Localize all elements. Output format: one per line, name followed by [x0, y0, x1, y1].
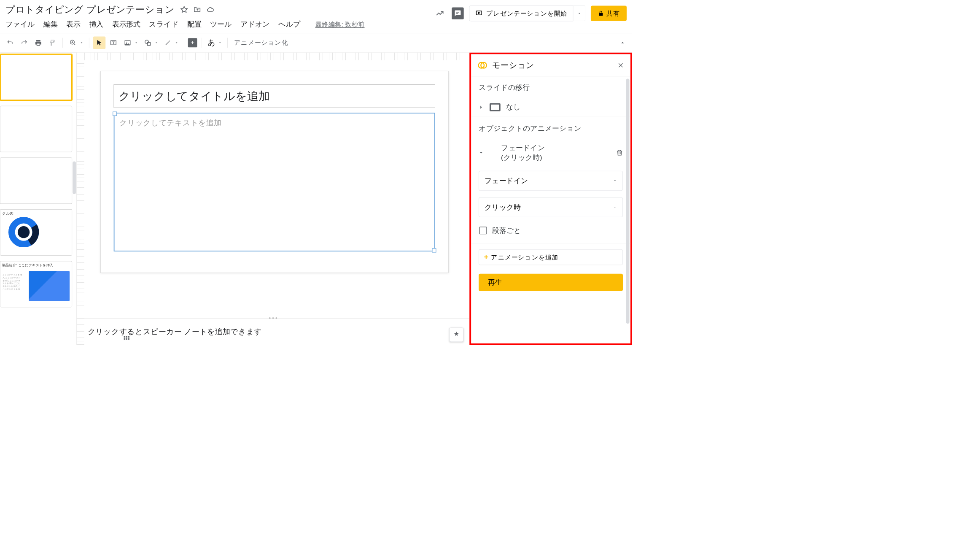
- grid-view-button[interactable]: [123, 335, 130, 343]
- animation-trigger: (クリック時): [501, 153, 610, 162]
- ime-dropdown[interactable]: [218, 41, 222, 45]
- slide-icon: [490, 103, 501, 111]
- svg-point-12: [18, 226, 30, 238]
- share-button[interactable]: 共有: [591, 6, 627, 21]
- present-dropdown[interactable]: [573, 5, 585, 21]
- slide-thumbnail-5[interactable]: 製品紹介: ここにテキストを挿入 ここにテキストを挿入.ここにテキストを挿入.こ…: [0, 261, 72, 308]
- object-animation-section-title: オブジェクトのアニメーション: [471, 117, 630, 138]
- image-tool[interactable]: [121, 36, 134, 49]
- chevron-down-icon: [478, 150, 484, 156]
- add-animation-button[interactable]: + アニメーションを追加: [479, 249, 623, 265]
- zoom-button[interactable]: [67, 36, 79, 49]
- line-dropdown[interactable]: [175, 41, 178, 45]
- motion-panel-scrollbar[interactable]: [626, 78, 630, 324]
- plus-icon: +: [484, 253, 488, 262]
- svg-rect-8: [148, 43, 151, 46]
- motion-icon: [478, 60, 487, 70]
- line-tool[interactable]: [162, 36, 174, 49]
- slide-canvas-area: クリックしてタイトルを追加 クリックしてテキストを追加 クリックするとスピーカー…: [77, 52, 469, 345]
- menu-view[interactable]: 表示: [66, 19, 81, 29]
- play-button[interactable]: 再生: [479, 274, 623, 291]
- comments-icon[interactable]: [452, 7, 463, 19]
- svg-rect-13: [124, 336, 125, 338]
- speaker-notes-placeholder: クリックするとスピーカー ノートを追加できます: [88, 327, 262, 336]
- svg-line-9: [166, 41, 170, 45]
- activity-icon[interactable]: [433, 7, 446, 20]
- speaker-notes[interactable]: クリックするとスピーカー ノートを追加できます: [77, 318, 469, 345]
- redo-button[interactable]: [18, 36, 31, 49]
- slide-thumbnail-2[interactable]: [0, 106, 72, 152]
- last-edit-link[interactable]: 最終編集: 数秒前: [315, 20, 365, 29]
- slide-thumbnail-4[interactable]: クル図: [0, 209, 72, 256]
- paragraph-checkbox[interactable]: 段落ごと: [471, 220, 630, 240]
- slide-thumbnail-3[interactable]: [0, 157, 72, 204]
- slide-body-placeholder[interactable]: クリックしてテキストを追加: [114, 113, 435, 251]
- svg-rect-16: [124, 338, 125, 340]
- document-title[interactable]: プロトタイピング プレゼンテーション: [5, 3, 175, 16]
- close-panel-button[interactable]: [617, 62, 624, 68]
- animation-button[interactable]: アニメーション化: [234, 38, 288, 47]
- shape-tool[interactable]: [141, 36, 154, 49]
- menu-slide[interactable]: スライド: [149, 19, 178, 29]
- transition-value: なし: [506, 103, 521, 112]
- shape-dropdown[interactable]: [154, 41, 158, 45]
- menu-arrange[interactable]: 配置: [187, 19, 202, 29]
- animation-item-header[interactable]: フェードイン (クリック時): [471, 138, 630, 168]
- svg-rect-18: [128, 338, 129, 340]
- share-label: 共有: [606, 9, 619, 18]
- thumb-5-title: 製品紹介: ここにテキストを挿入: [2, 263, 70, 267]
- ime-indicator[interactable]: あ: [205, 36, 218, 49]
- slide-thumbnail-1[interactable]: [0, 54, 72, 100]
- vertical-ruler: [77, 60, 84, 345]
- svg-rect-15: [128, 336, 129, 338]
- explore-button[interactable]: [450, 328, 464, 342]
- toolbar-collapse[interactable]: [619, 40, 628, 46]
- select-tool[interactable]: [93, 36, 106, 49]
- svg-marker-0: [181, 6, 187, 12]
- animation-trigger-select[interactable]: クリック時: [479, 197, 623, 217]
- transition-row[interactable]: なし: [471, 97, 630, 117]
- add-animation-label: アニメーションを追加: [491, 253, 558, 262]
- svg-rect-17: [126, 338, 127, 340]
- paint-format-button[interactable]: [46, 36, 59, 49]
- animation-trigger-value: クリック時: [485, 203, 521, 212]
- thumbnail-scrollbar[interactable]: [73, 161, 76, 194]
- checkbox-icon: [479, 227, 487, 234]
- zoom-dropdown[interactable]: [80, 41, 83, 45]
- animation-name: フェードイン: [501, 143, 610, 153]
- svg-marker-2: [478, 12, 479, 14]
- textbox-tool[interactable]: [107, 36, 120, 49]
- animation-type-value: フェードイン: [485, 176, 528, 186]
- present-button[interactable]: プレゼンテーションを開始: [469, 5, 573, 21]
- menu-insert[interactable]: 挿入: [89, 19, 104, 29]
- cloud-status-icon[interactable]: [207, 6, 215, 14]
- print-button[interactable]: [32, 36, 45, 49]
- image-dropdown[interactable]: [135, 41, 138, 45]
- motion-panel-title: モーション: [492, 59, 534, 70]
- menu-tools[interactable]: ツール: [210, 19, 232, 29]
- move-folder-icon[interactable]: [194, 6, 202, 14]
- horizontal-ruler: [84, 52, 469, 60]
- svg-point-7: [145, 40, 148, 43]
- slide-thumbnail-panel: クル図 製品紹介: ここにテキストを挿入 ここにテキストを挿入.ここにテキストを…: [0, 52, 77, 345]
- chevron-right-icon: [478, 104, 484, 110]
- paragraph-check-label: 段落ごと: [492, 226, 521, 235]
- animation-type-select[interactable]: フェードイン: [479, 171, 623, 191]
- undo-button[interactable]: [4, 36, 16, 49]
- svg-point-6: [126, 42, 127, 43]
- svg-rect-14: [126, 336, 127, 338]
- slide-canvas[interactable]: クリックしてタイトルを追加 クリックしてテキストを追加: [100, 71, 449, 273]
- delete-animation-button[interactable]: [616, 149, 623, 157]
- transition-section-title: スライドの移行: [471, 76, 630, 97]
- menu-help[interactable]: ヘルプ: [278, 19, 300, 29]
- star-icon[interactable]: [180, 6, 188, 14]
- present-label: プレゼンテーションを開始: [486, 9, 567, 18]
- menu-file[interactable]: ファイル: [5, 19, 35, 29]
- motion-panel: モーション スライドの移行 なし オブジェクトのアニメーション フェードイン (…: [469, 52, 632, 345]
- menu-addons[interactable]: アドオン: [240, 19, 270, 29]
- menu-edit[interactable]: 編集: [43, 19, 58, 29]
- menu-format[interactable]: 表示形式: [112, 19, 140, 29]
- new-slide-button[interactable]: [188, 38, 197, 47]
- slide-title-placeholder[interactable]: クリックしてタイトルを追加: [114, 84, 435, 108]
- toolbar: あ アニメーション化: [0, 33, 632, 52]
